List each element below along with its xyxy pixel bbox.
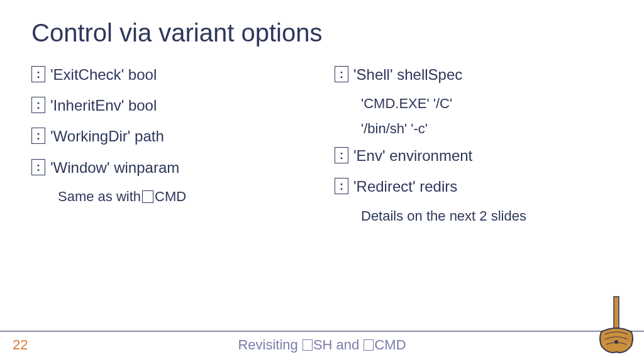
divider	[0, 331, 644, 332]
sub-item: 'CMD.EXE' '/C'	[361, 96, 613, 112]
bullet-icon: :	[335, 66, 348, 82]
list-item: : 'InheritEnv' bool	[31, 96, 309, 115]
sub-item: Same as with CMD	[58, 189, 309, 205]
footer-title: Revisiting SH and CMD	[0, 337, 644, 353]
svg-point-1	[614, 340, 618, 344]
item-text: 'WorkingDir' path	[50, 126, 164, 146]
sub-text-suffix: CMD	[155, 189, 186, 205]
bullet-icon: :	[31, 159, 45, 175]
glyph-box-icon	[142, 190, 153, 203]
item-text: 'Env' environment	[353, 146, 472, 165]
glyph-box-icon	[303, 339, 313, 351]
sub-text: '/bin/sh' '-c'	[361, 121, 428, 137]
slide: Control via variant options : 'ExitCheck…	[0, 0, 644, 362]
footer-text-3: CMD	[374, 337, 406, 353]
list-item: : 'ExitCheck' bool	[31, 65, 309, 84]
list-item: : 'Env' environment	[335, 146, 613, 165]
hammer-icon	[597, 294, 635, 357]
bullet-icon: :	[31, 128, 45, 144]
sub-item: Details on the next 2 slides	[361, 208, 613, 224]
list-item: : 'Window' winparam	[31, 158, 309, 177]
sub-text: 'CMD.EXE' '/C'	[361, 96, 452, 112]
sub-text: Details on the next 2 slides	[361, 208, 526, 224]
sub-item: '/bin/sh' '-c'	[361, 121, 613, 137]
item-text: 'ExitCheck' bool	[50, 65, 157, 84]
item-text: 'Window' winparam	[50, 158, 179, 177]
item-text: 'Redirect' redirs	[353, 177, 457, 196]
footer: 22 Revisiting SH and CMD	[0, 324, 644, 362]
list-item: : 'Redirect' redirs	[335, 177, 613, 196]
content-columns: : 'ExitCheck' bool : 'InheritEnv' bool :…	[31, 65, 613, 233]
bullet-icon: :	[335, 147, 348, 163]
bullet-icon: :	[31, 66, 45, 82]
glyph-box-icon	[364, 339, 374, 351]
footer-text-1: Revisiting	[238, 337, 301, 353]
left-column: : 'ExitCheck' bool : 'InheritEnv' bool :…	[31, 65, 309, 233]
bullet-icon: :	[335, 178, 348, 194]
item-text: 'Shell' shellSpec	[353, 65, 462, 84]
svg-rect-0	[614, 297, 619, 332]
sub-text-prefix: Same as with	[58, 189, 141, 205]
item-text: 'InheritEnv' bool	[50, 96, 157, 115]
slide-title: Control via variant options	[31, 19, 613, 47]
list-item: : 'Shell' shellSpec	[335, 65, 613, 84]
bullet-icon: :	[31, 97, 45, 113]
footer-text-2: SH and	[313, 337, 364, 353]
right-column: : 'Shell' shellSpec 'CMD.EXE' '/C' '/bin…	[335, 65, 613, 233]
list-item: : 'WorkingDir' path	[31, 126, 309, 146]
